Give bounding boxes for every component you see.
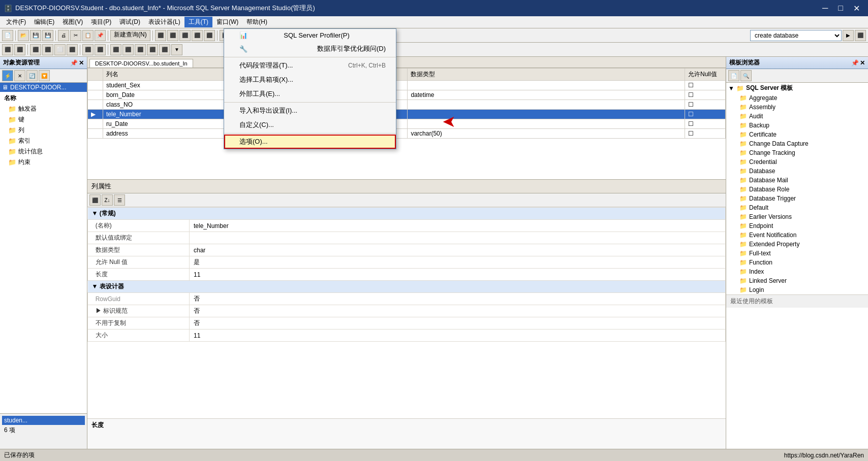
template-root[interactable]: ▼ 📁 SQL Server 模板: [726, 83, 868, 93]
menu-settings[interactable]: 导入和导出设置(I)...: [224, 104, 396, 118]
cut-btn[interactable]: ✂: [70, 30, 81, 41]
tmpl-assembly[interactable]: 📁 Assembly: [726, 103, 868, 112]
tmpl-database[interactable]: 📁 Database: [726, 167, 868, 176]
tree-keys[interactable]: 📁 键: [0, 114, 87, 125]
template-open-btn[interactable]: 📄: [728, 70, 739, 81]
tree-columns[interactable]: 📁 列: [0, 125, 87, 136]
tmpl-extprop[interactable]: 📁 Extended Property: [726, 240, 868, 249]
table-row[interactable]: ru_Date ☐: [88, 119, 726, 129]
table-row[interactable]: student_Sex ☐: [88, 81, 726, 90]
props-az-btn[interactable]: Z↓: [102, 194, 113, 206]
props-sort-btn[interactable]: ⬛: [89, 194, 101, 206]
search-options-btn[interactable]: ⬛: [855, 30, 866, 41]
props-row-default[interactable]: 默认值或绑定: [88, 232, 726, 244]
tree-triggers[interactable]: 📁 触发器: [0, 104, 87, 114]
close-button[interactable]: ✕: [849, 4, 864, 13]
props-row-noreplicate[interactable]: 不用于复制 否: [88, 317, 726, 330]
menu-dta[interactable]: 🔧 数据库引擎优化顾问(D): [224, 42, 396, 56]
search-go-btn[interactable]: ▶: [843, 30, 854, 41]
props-row-length[interactable]: 长度 11: [88, 269, 726, 281]
props-row-size[interactable]: 大小 11: [88, 330, 726, 342]
menu-tools[interactable]: 工具(T): [184, 17, 212, 27]
tmpl-backup[interactable]: 📁 Backup: [726, 121, 868, 130]
save-btn[interactable]: 💾: [30, 30, 41, 41]
menu-external[interactable]: 外部工具(E)...: [224, 87, 396, 101]
menu-project[interactable]: 项目(P): [87, 17, 115, 27]
save-all-btn[interactable]: 💾: [42, 30, 53, 41]
menu-tabledesigner[interactable]: 表设计器(L): [144, 17, 184, 27]
search-scope-dropdown[interactable]: create database: [750, 30, 842, 41]
tb2-btn8[interactable]: ⬛: [95, 44, 106, 55]
tmpl-aggregate[interactable]: 📁 Aggregate: [726, 93, 868, 103]
props-row-name[interactable]: (名称) tele_Number: [88, 220, 726, 232]
props-row-nullable[interactable]: 允许 Null 值 是: [88, 256, 726, 269]
menu-window[interactable]: 窗口(W): [212, 17, 242, 27]
open-btn[interactable]: 📂: [18, 30, 29, 41]
menu-toolbox[interactable]: 选择工具箱项(X)...: [224, 73, 396, 87]
tmpl-dbrole[interactable]: 📁 Database Role: [726, 185, 868, 194]
tb2-btn2[interactable]: ⬛: [14, 44, 25, 55]
tmpl-eventnotif[interactable]: 📁 Event Notification: [726, 230, 868, 240]
menu-file[interactable]: 文件(F): [2, 17, 30, 27]
tb2-btn11[interactable]: ⬛: [135, 44, 146, 55]
tmpl-credential[interactable]: 📁 Credential: [726, 157, 868, 167]
tmpl-index[interactable]: 📁 Index: [726, 267, 868, 276]
menu-snippet[interactable]: 代码段管理器(T)... Ctrl+K, Ctrl+B: [224, 58, 396, 73]
tmpl-ct[interactable]: 📁 Change Tracking: [726, 148, 868, 157]
tb2-btn14[interactable]: ▼: [171, 44, 182, 55]
tmpl-login[interactable]: 📁 Login: [726, 285, 868, 294]
disconnect-btn[interactable]: ✕: [14, 70, 25, 81]
tree-stats[interactable]: 📁 统计信息: [0, 146, 87, 157]
new-btn[interactable]: 📄: [2, 30, 13, 41]
menu-customize[interactable]: 自定义(C)...: [224, 118, 396, 132]
props-row-identity[interactable]: ▶ 标识规范 否: [88, 305, 726, 317]
bottom-table-item[interactable]: studen...: [2, 416, 85, 425]
tmpl-earlier[interactable]: 📁 Earlier Versions: [726, 212, 868, 221]
tmpl-function[interactable]: 📁 Function: [726, 258, 868, 267]
tmpl-dbtrigger[interactable]: 📁 Database Trigger: [726, 194, 868, 203]
tb2-btn6[interactable]: ⬛: [67, 44, 78, 55]
tb-btn4[interactable]: ⬛: [192, 30, 203, 41]
menu-view[interactable]: 视图(V): [58, 17, 87, 27]
tree-constraints[interactable]: 📁 约束: [0, 157, 87, 168]
table-row[interactable]: born_Date datetime ☐: [88, 90, 726, 100]
print-btn[interactable]: 🖨: [58, 30, 69, 41]
tb-btn1[interactable]: ⬛: [155, 30, 166, 41]
menu-edit[interactable]: 编辑(E): [30, 17, 58, 27]
server-node[interactable]: 🖥 DESKTOP-DIOOR...: [0, 83, 87, 92]
tmpl-linkedserver[interactable]: 📁 Linked Server: [726, 276, 868, 285]
bottom-count-item[interactable]: 6 项: [2, 425, 85, 436]
filter-btn[interactable]: 🔽: [39, 70, 50, 81]
props-row-datatype[interactable]: 数据类型 char: [88, 244, 726, 256]
tmpl-fulltext[interactable]: 📁 Full-text: [726, 249, 868, 258]
table-row[interactable]: address varchar(50) ☐: [88, 129, 726, 139]
tb-btn5[interactable]: ⬛: [204, 30, 215, 41]
tmpl-default[interactable]: 📁 Default: [726, 203, 868, 212]
tb2-btn9[interactable]: ⬛: [110, 44, 121, 55]
tmpl-cdc[interactable]: 📁 Change Data Capture: [726, 139, 868, 148]
template-find-btn[interactable]: 🔍: [740, 70, 752, 81]
menu-debug[interactable]: 调试(D): [115, 17, 144, 27]
copy-btn[interactable]: 📋: [82, 30, 94, 41]
menu-help[interactable]: 帮助(H): [242, 17, 271, 27]
tb-btn2[interactable]: ⬛: [167, 30, 178, 41]
paste-btn[interactable]: 📌: [95, 30, 106, 41]
menu-profiler[interactable]: 📊 SQL Server Profiler(P): [224, 29, 396, 42]
close-right-panel-icon[interactable]: ✕: [860, 59, 865, 67]
maximize-button[interactable]: □: [834, 4, 847, 13]
tb2-btn13[interactable]: ⬛: [159, 44, 170, 55]
connect-btn[interactable]: ⚡: [2, 70, 13, 81]
menu-options[interactable]: 选项(O)...: [224, 135, 396, 149]
close-panel-icon[interactable]: ✕: [79, 59, 84, 67]
table-row-selected[interactable]: ▶ tele_Number ☐: [88, 110, 726, 119]
minimize-button[interactable]: ─: [818, 4, 832, 13]
tmpl-dbmail[interactable]: 📁 Database Mail: [726, 176, 868, 185]
tb-btn3[interactable]: ⬛: [179, 30, 191, 41]
pin-icon[interactable]: 📌: [70, 59, 78, 67]
tmpl-endpoint[interactable]: 📁 Endpoint: [726, 221, 868, 230]
props-cat-btn[interactable]: ☰: [114, 194, 125, 206]
new-query-btn[interactable]: 新建查询(N): [110, 30, 150, 41]
tb2-btn3[interactable]: ⬛: [30, 44, 41, 55]
tree-indexes[interactable]: 📁 索引: [0, 136, 87, 146]
tb2-btn7[interactable]: ⬛: [82, 44, 94, 55]
